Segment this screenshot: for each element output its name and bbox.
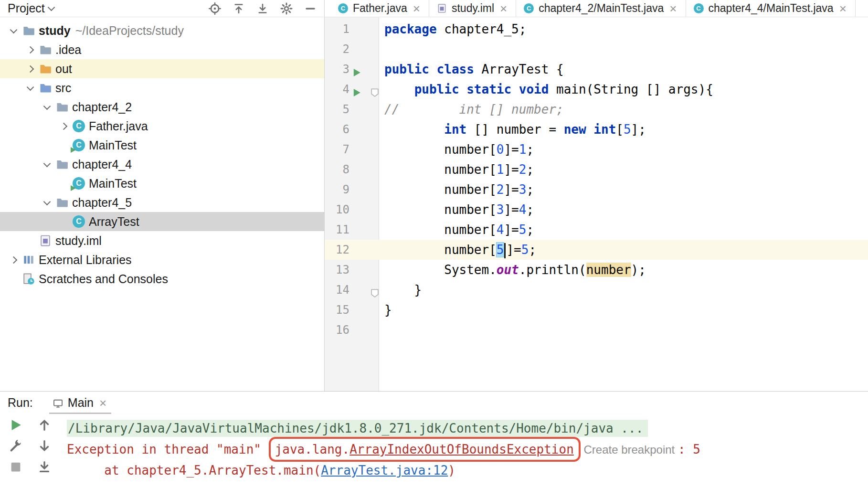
tree-item-MainTest[interactable]: CMainTest [0, 174, 324, 193]
close-icon[interactable]: × [499, 2, 508, 15]
close-icon[interactable]: × [98, 397, 107, 409]
code-line-3[interactable]: 3public class ArrayTest { [325, 59, 868, 79]
code-line-9[interactable]: 9 number[2]=3; [325, 180, 868, 200]
run-gutter-icon[interactable] [351, 84, 362, 95]
tree-item-External Libraries[interactable]: External Libraries [0, 250, 324, 269]
code-line-15[interactable]: 15} [325, 300, 868, 320]
folder-icon [54, 196, 70, 209]
tree-item-out[interactable]: out [0, 59, 324, 78]
libraries-icon [21, 254, 36, 266]
code-text: } [379, 300, 392, 320]
code-line-5[interactable]: 5// int [] number; [325, 99, 868, 119]
tree-item-label: chapter4_4 [72, 158, 132, 171]
locate-icon[interactable] [209, 2, 221, 15]
editor-tab-chapter4_4/MainTest.java[interactable]: Cchapter4_4/MainTest.java× [686, 0, 856, 17]
class-icon: C [71, 215, 86, 228]
chevron-down-icon[interactable] [22, 86, 38, 90]
class-run-icon: C [71, 139, 86, 151]
tree-item-label: study.iml [55, 234, 102, 248]
rerun-icon[interactable] [9, 418, 23, 432]
tree-item-.idea[interactable]: .idea [0, 40, 324, 59]
code-line-2[interactable]: 2 [325, 39, 868, 59]
hide-icon[interactable] [304, 2, 317, 15]
chevron-right-icon[interactable] [22, 47, 38, 53]
exception-annotation: java.lang. [269, 437, 350, 462]
code-line-12[interactable]: 12 number[5]=5; [325, 240, 868, 260]
tree-item-label: Father.java [89, 119, 148, 133]
tree-item-label: chapter4_5 [72, 196, 132, 210]
expand-all-icon[interactable] [233, 2, 245, 15]
tree-item-label: .idea [55, 43, 81, 57]
collapse-all-icon[interactable] [256, 2, 269, 15]
code-line-13[interactable]: 13 System.out.println(number); [325, 260, 868, 280]
code-line-4[interactable]: 4 public static void main(String [] args… [325, 79, 868, 99]
line-number: 11 [325, 220, 379, 240]
code-editor[interactable]: 1package chapter4_5;23public class Array… [325, 17, 868, 391]
console-text: at chapter4_5.ArrayTest.main( [67, 463, 321, 477]
tree-item-Scratches and Consoles[interactable]: Scratches and Consoles [0, 269, 324, 288]
run-panel: Run: Main × /Library/Java/JavaVirtualMac… [0, 391, 868, 488]
code-text: // int [] number; [379, 99, 564, 119]
editor-tab-Father.java[interactable]: CFather.java× [330, 0, 429, 17]
code-line-10[interactable]: 10 number[3]=4; [325, 200, 868, 220]
run-gutter-icon[interactable] [351, 64, 362, 74]
settings-icon[interactable] [280, 2, 293, 15]
tree-item-MainTest[interactable]: CMainTest [0, 136, 324, 155]
close-icon[interactable]: × [412, 2, 421, 15]
close-icon[interactable]: × [838, 2, 847, 15]
code-line-6[interactable]: 6 int [] number = new int[5]; [325, 119, 868, 139]
project-panel-title[interactable]: Project [8, 1, 45, 15]
tree-item-label: src [55, 81, 71, 95]
chevron-down-icon[interactable] [6, 29, 21, 32]
line-number: 8 [325, 159, 379, 180]
tree-item-chapter4_2[interactable]: chapter4_2 [0, 97, 324, 117]
editor-tab-chapter4_2/MainTest.java[interactable]: Cchapter4_2/MainTest.java× [516, 0, 686, 17]
exception-annotation: ArrayIndexOutOfBoundsException [349, 437, 581, 462]
code-line-8[interactable]: 8 number[1]=2; [325, 159, 868, 180]
project-tree[interactable]: study~/IdeaProjects/study.ideaoutsrcchap… [0, 17, 325, 391]
tree-item-chapter4_5[interactable]: chapter4_5 [0, 193, 324, 212]
code-line-16[interactable]: 16 [325, 320, 868, 340]
code-line-1[interactable]: 1package chapter4_5; [325, 19, 868, 39]
folder-icon [38, 43, 53, 56]
code-line-11[interactable]: 11 number[4]=5; [325, 220, 868, 240]
code-text: public static void main(String [] args){ [379, 79, 713, 99]
fold-marker-icon[interactable] [370, 84, 380, 95]
up-arrow-icon[interactable] [37, 418, 52, 432]
run-tab-main[interactable]: Main × [49, 396, 111, 414]
chevron-right-icon[interactable] [22, 66, 38, 72]
stacktrace-link[interactable]: ArrayTest.java:12 [321, 463, 448, 477]
down-arrow-icon[interactable] [37, 439, 52, 453]
code-line-14[interactable]: 14 } [325, 280, 868, 300]
class-icon: C [338, 3, 348, 13]
close-icon[interactable]: × [668, 2, 677, 15]
line-number: 13 [325, 260, 379, 280]
chevron-down-icon[interactable] [39, 106, 54, 109]
tree-item-study.iml[interactable]: study.iml [0, 231, 324, 250]
console-icon [53, 398, 63, 408]
code-line-7[interactable]: 7 number[0]=1; [325, 139, 868, 159]
tree-item-Father.java[interactable]: CFather.java [0, 117, 324, 136]
scroll-end-icon[interactable] [37, 460, 52, 474]
chevron-down-icon[interactable] [39, 163, 54, 166]
chevron-right-icon[interactable] [6, 257, 21, 263]
module-file-icon [437, 3, 447, 13]
build-icon[interactable] [9, 439, 23, 453]
line-number: 3 [325, 59, 379, 79]
tree-item-study[interactable]: study~/IdeaProjects/study [0, 21, 324, 40]
console-output[interactable]: /Library/Java/JavaVirtualMachines/jdk1.8… [63, 414, 868, 488]
tree-item-ArrayTest[interactable]: CArrayTest [0, 212, 324, 231]
line-number: 5 [325, 99, 379, 119]
chevron-down-icon[interactable] [48, 4, 55, 11]
chevron-down-icon[interactable] [39, 201, 54, 204]
tree-item-chapter4_4[interactable]: chapter4_4 [0, 155, 324, 174]
tree-item-src[interactable]: src [0, 78, 324, 97]
console-line-1: /Library/Java/JavaVirtualMachines/jdk1.8… [67, 418, 868, 439]
stop-icon[interactable] [9, 460, 23, 474]
create-breakpoint-hint[interactable]: Create breakpoint [581, 443, 678, 456]
editor-tab-study.iml[interactable]: study.iml× [429, 0, 516, 17]
scratches-icon [21, 273, 36, 285]
fold-marker-icon[interactable] [370, 285, 380, 295]
code-text: number[0]=1; [379, 139, 534, 159]
chevron-right-icon[interactable] [56, 124, 71, 129]
